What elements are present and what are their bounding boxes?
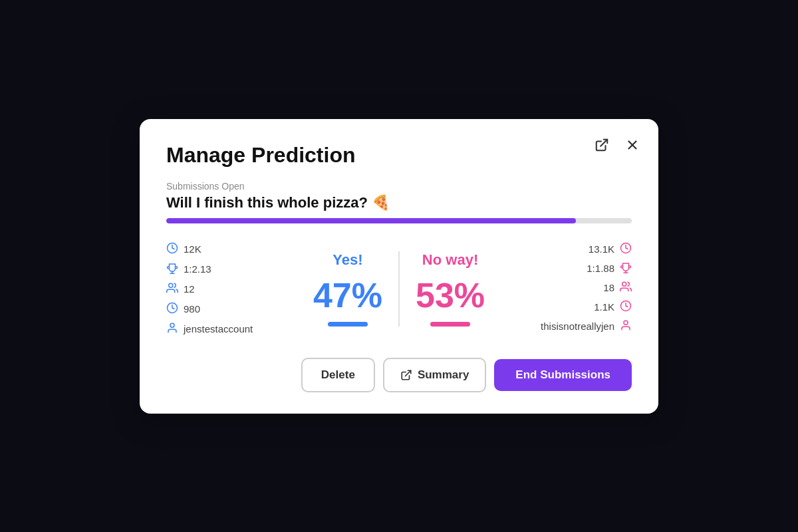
user-icon-yes xyxy=(166,322,178,336)
svg-point-6 xyxy=(169,283,173,287)
yes-topuser-value: jenstestaccount xyxy=(184,323,253,334)
external-icon-summary xyxy=(400,369,412,381)
summary-label: Summary xyxy=(418,368,469,382)
svg-point-14 xyxy=(624,321,628,325)
no-points-value: 1.1K xyxy=(594,301,614,313)
trophy-icon-yes xyxy=(166,262,178,277)
no-users-stat: 18 xyxy=(603,281,632,295)
yes-vote-option: Yes! 47% xyxy=(297,251,400,327)
end-submissions-button[interactable]: End Submissions xyxy=(494,359,632,391)
question-text: Will I finish this whole pizza? 🍕 xyxy=(166,194,632,211)
users-icon-no xyxy=(620,281,632,295)
no-vote-bar xyxy=(430,322,470,327)
points-icon-no xyxy=(620,300,632,314)
yes-ratio-value: 1:2.13 xyxy=(184,263,211,275)
yes-points-stat: 980 xyxy=(166,302,273,317)
no-vote-option: No way! 53% xyxy=(400,251,501,327)
vote-options: Yes! 47% No way! 53% xyxy=(273,251,525,327)
center-vote-display: Yes! 47% No way! 53% xyxy=(273,242,525,336)
no-percent: 53% xyxy=(416,278,485,313)
status-label: Submissions Open xyxy=(166,181,632,192)
no-views-value: 13.1K xyxy=(589,243,614,255)
trophy-icon-no xyxy=(620,261,632,275)
yes-ratio-stat: 1:2.13 xyxy=(166,262,273,277)
user-icon-no xyxy=(620,319,632,333)
modal-overlay: Manage Prediction Submissions Open Will … xyxy=(0,0,798,532)
yes-users-value: 12 xyxy=(184,283,195,295)
external-link-button[interactable] xyxy=(592,135,612,157)
yes-points-value: 980 xyxy=(184,303,200,315)
yes-users-stat: 12 xyxy=(166,282,273,297)
no-topuser-value: thisisnotreallyjen xyxy=(541,321,614,332)
yes-views-stat: 12K xyxy=(166,242,273,257)
no-points-stat: 1.1K xyxy=(594,300,632,314)
svg-line-15 xyxy=(405,370,410,376)
points-icon-yes xyxy=(166,302,178,317)
delete-button[interactable]: Delete xyxy=(301,358,375,392)
yes-stats-col: 12K 1:2.13 xyxy=(166,242,273,336)
no-topuser-stat: thisisnotreallyjen xyxy=(541,319,632,333)
no-users-value: 18 xyxy=(603,282,614,293)
yes-views-value: 12K xyxy=(184,243,201,255)
no-stats-col: 13.1K 1:1.88 xyxy=(525,242,632,336)
yes-topuser-stat: jenstestaccount xyxy=(166,322,273,336)
svg-point-12 xyxy=(622,282,626,286)
modal-header-actions xyxy=(592,135,642,157)
no-ratio-value: 1:1.88 xyxy=(587,263,614,274)
close-button[interactable] xyxy=(622,135,642,157)
modal-footer: Delete Summary End Submissions xyxy=(166,358,632,392)
manage-prediction-modal: Manage Prediction Submissions Open Will … xyxy=(140,119,658,414)
no-label: No way! xyxy=(422,251,478,269)
progress-bar-fill xyxy=(166,218,576,223)
modal-title: Manage Prediction xyxy=(166,143,632,168)
yes-vote-bar xyxy=(328,322,368,327)
progress-bar-container xyxy=(166,218,632,223)
yes-percent: 47% xyxy=(313,278,382,313)
svg-point-8 xyxy=(170,323,174,327)
no-views-stat: 13.1K xyxy=(589,242,632,256)
main-content-area: 12K 1:2.13 xyxy=(166,242,632,336)
clock-icon-no xyxy=(620,242,632,256)
no-ratio-stat: 1:1.88 xyxy=(587,261,632,275)
yes-label: Yes! xyxy=(332,251,362,269)
svg-line-0 xyxy=(600,139,607,146)
clock-icon xyxy=(166,242,178,257)
users-icon-yes xyxy=(166,282,178,297)
summary-button[interactable]: Summary xyxy=(383,358,486,392)
